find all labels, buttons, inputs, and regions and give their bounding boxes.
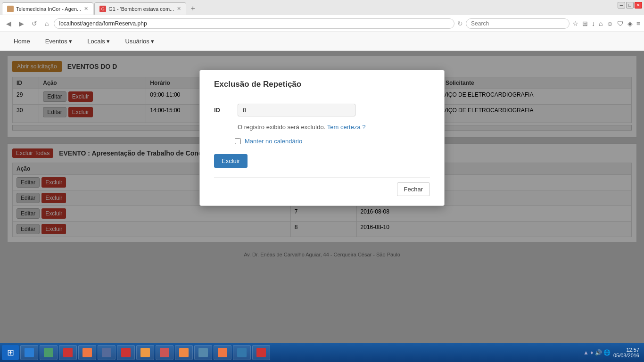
start-button[interactable]: ⊞ [2, 345, 19, 357]
tab-favicon-telemedicina [7, 6, 14, 12]
taskbar-icon-6 [121, 348, 131, 357]
taskbar-icon-12 [237, 348, 247, 357]
modal-title: Exclusão de Repetição [214, 80, 430, 94]
taskbar-icon-7 [140, 348, 150, 357]
taskbar-icon-8 [160, 348, 169, 357]
taskbar-item-13[interactable] [252, 345, 270, 357]
maximize-button[interactable]: □ [626, 2, 634, 8]
taskbar-item-1[interactable] [20, 345, 38, 357]
bookmark-star-icon[interactable]: ☆ [572, 20, 578, 27]
tab-g1[interactable]: G G1 - 'Bombom estava com... ✕ [94, 2, 186, 15]
forward-button[interactable]: ▶ [17, 19, 26, 28]
taskbar-item-11[interactable] [214, 345, 231, 357]
refresh-icon[interactable]: ↻ [457, 20, 463, 27]
taskbar-icon-1 [25, 348, 34, 357]
modal-confirm-link[interactable]: Tem certeza ? [327, 123, 366, 131]
back-button[interactable]: ◀ [4, 19, 14, 28]
nav-eventos[interactable]: Eventos ▾ [39, 34, 79, 49]
tab-label-telemedicina: Telemedicina InCor - Agen... [16, 6, 81, 12]
app-nav: Home Eventos ▾ Locais ▾ Usuários ▾ [0, 32, 644, 51]
reader-icon[interactable]: ⊞ [582, 20, 588, 27]
download-icon[interactable]: ↓ [592, 20, 595, 27]
taskbar-icon-13 [256, 348, 266, 357]
taskbar-icon-4 [83, 348, 92, 357]
taskbar: ⊞ ▲ ♦ 🔊 🌐 12:57 05/08/2016 [0, 343, 644, 357]
shield-icon[interactable]: 🛡 [617, 20, 624, 27]
taskbar-item-9[interactable] [175, 345, 193, 357]
manter-calendario-checkbox[interactable] [235, 138, 241, 144]
modal-id-input[interactable] [238, 104, 355, 116]
home-button[interactable]: ⌂ [42, 19, 51, 28]
nav-home[interactable]: Home [7, 34, 37, 49]
modal-checkbox-row: Manter no calendário [214, 138, 430, 145]
manter-calendario-label: Manter no calendário [245, 138, 302, 145]
taskbar-right: ▲ ♦ 🔊 🌐 12:57 05/08/2016 [583, 347, 642, 357]
nav-locais[interactable]: Locais ▾ [81, 34, 116, 49]
toolbar-icons: ☆ ⊞ ↓ ⌂ ☺ 🛡 ◈ ≡ [572, 20, 640, 27]
taskbar-item-4[interactable] [78, 345, 96, 357]
minimize-button[interactable]: ─ [618, 2, 625, 8]
taskbar-item-2[interactable] [40, 345, 58, 357]
taskbar-icon-9 [179, 348, 189, 357]
modal-footer: Fechar [214, 177, 430, 196]
clock-time: 12:57 [613, 347, 639, 353]
home-nav-icon[interactable]: ⌂ [599, 20, 603, 27]
pocket-icon[interactable]: ◈ [627, 20, 633, 27]
exclusao-modal: Exclusão de Repetição ID O registro exib… [199, 70, 445, 206]
menu-icon[interactable]: ≡ [636, 20, 640, 27]
tab-close-telemedicina[interactable]: ✕ [84, 6, 88, 12]
modal-id-field: ID [214, 104, 430, 116]
taskbar-icon-10 [198, 348, 208, 357]
url-input[interactable] [54, 18, 454, 29]
tab-close-g1[interactable]: ✕ [177, 6, 181, 12]
taskbar-item-3[interactable] [59, 345, 77, 357]
taskbar-item-7[interactable] [136, 345, 154, 357]
clock-date: 05/08/2016 [613, 353, 639, 357]
search-input[interactable] [466, 18, 570, 29]
modal-excluir-button[interactable]: Excluir [214, 154, 248, 168]
clock: 12:57 05/08/2016 [613, 347, 639, 357]
modal-confirm-text: O registro exibido será excluído. Tem ce… [214, 123, 430, 131]
tab-telemedicina[interactable]: Telemedicina InCor - Agen... ✕ [2, 2, 93, 15]
address-bar: ◀ ▶ ↺ ⌂ ↻ ☆ ⊞ ↓ ⌂ ☺ 🛡 ◈ ≡ [0, 15, 644, 32]
modal-id-label: ID [214, 107, 238, 114]
taskbar-item-10[interactable] [194, 345, 212, 357]
new-tab-button[interactable]: + [187, 3, 198, 14]
main-content: Abrir solicitação EVENTOS DO D ID Ação H… [0, 51, 644, 357]
taskbar-item-5[interactable] [98, 345, 116, 357]
taskbar-icon-3 [63, 348, 73, 357]
close-button[interactable]: ✕ [635, 2, 642, 8]
modal-fechar-button[interactable]: Fechar [397, 182, 430, 196]
tab-favicon-g1: G [99, 6, 106, 12]
tab-label-g1: G1 - 'Bombom estava com... [108, 6, 174, 12]
taskbar-item-6[interactable] [117, 345, 135, 357]
reload-button[interactable]: ↺ [29, 19, 40, 28]
modal-overlay: Exclusão de Repetição ID O registro exib… [0, 51, 644, 357]
browser-window: Telemedicina InCor - Agen... ✕ G G1 - 'B… [0, 0, 644, 357]
taskbar-icon-2 [44, 348, 53, 357]
nav-usuarios[interactable]: Usuários ▾ [118, 34, 161, 49]
taskbar-item-8[interactable] [156, 345, 173, 357]
taskbar-icon-11 [218, 348, 227, 357]
taskbar-icons-system: ▲ ♦ 🔊 🌐 [583, 349, 611, 356]
emoji-icon[interactable]: ☺ [607, 20, 613, 27]
taskbar-icon-5 [102, 348, 111, 357]
taskbar-item-12[interactable] [233, 345, 251, 357]
